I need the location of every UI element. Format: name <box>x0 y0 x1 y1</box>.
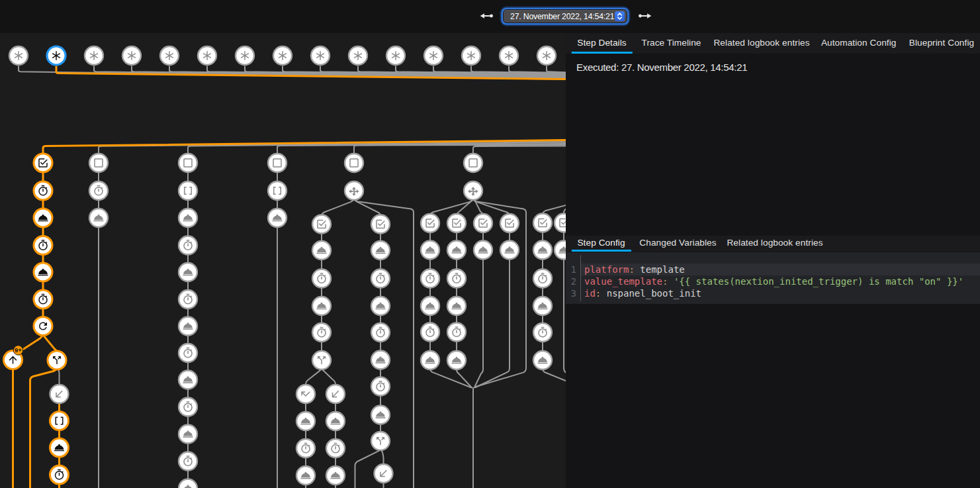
graph-node-bell[interactable] <box>179 317 197 336</box>
graph-node-checkbox-marked[interactable] <box>555 214 566 232</box>
graph-node-bell[interactable] <box>89 209 108 227</box>
graph-node-call-split[interactable] <box>312 351 331 369</box>
graph-node-arrow-bottom-left[interactable] <box>50 385 69 403</box>
graph-node-bell[interactable] <box>447 351 466 369</box>
trace-run-select[interactable]: 27. November 2022, 14:54:21 <box>503 9 627 23</box>
graph-node-timer[interactable] <box>312 323 331 342</box>
graph-node-checkbox-blank[interactable] <box>345 154 363 172</box>
graph-node-checkbox-marked[interactable] <box>533 214 552 232</box>
graph-node-timer[interactable] <box>371 323 390 342</box>
graph-node-asterisk[interactable] <box>122 46 141 65</box>
graph-node-bell[interactable] <box>421 241 439 260</box>
previous-run-button[interactable] <box>479 9 494 23</box>
graph-node-arrow-up[interactable]: 9+ <box>4 346 23 369</box>
graph-node-timer[interactable] <box>89 181 108 200</box>
graph-node-asterisk[interactable] <box>537 46 556 65</box>
graph-node-timer[interactable] <box>179 398 197 416</box>
graph-node-bell[interactable] <box>34 263 52 281</box>
graph-node-bell[interactable] <box>326 466 345 485</box>
graph-node-asterisk[interactable] <box>386 46 405 65</box>
graph-node-timer[interactable] <box>421 323 439 342</box>
graph-node-timer[interactable] <box>312 269 331 288</box>
graph-node-bell[interactable] <box>179 371 197 389</box>
graph-node-bell[interactable] <box>312 297 331 315</box>
graph-node-bell[interactable] <box>371 406 390 424</box>
graph-node-asterisk[interactable] <box>462 46 480 65</box>
graph-node-timer[interactable] <box>179 236 197 255</box>
graph-node-asterisk[interactable] <box>273 46 292 65</box>
graph-node-timer[interactable] <box>371 269 390 288</box>
graph-node-timer[interactable] <box>326 439 345 458</box>
graph-node-bell[interactable] <box>447 297 466 315</box>
graph-node-bell[interactable] <box>179 209 197 227</box>
graph-node-arrow-bottom-left[interactable] <box>375 464 393 483</box>
graph-node-call-missed[interactable] <box>296 385 315 403</box>
graph-node-timer[interactable] <box>179 290 197 309</box>
graph-node-refresh[interactable] <box>34 317 52 336</box>
graph-node-asterisk[interactable] <box>160 46 179 65</box>
graph-node-arrow-bottom-left[interactable] <box>326 385 345 403</box>
tab-step-details[interactable]: Step Details <box>571 33 633 54</box>
next-run-button[interactable] <box>638 9 652 23</box>
graph-node-bell[interactable] <box>533 297 552 315</box>
graph-node-bell[interactable] <box>371 241 390 260</box>
graph-node-asterisk[interactable] <box>198 46 216 65</box>
graph-node-checkbox-marked[interactable] <box>421 214 439 232</box>
graph-node-timer[interactable] <box>179 344 197 362</box>
tab-related-logbook-entries[interactable]: Related logbook entries <box>707 33 815 54</box>
graph-node-checkbox-marked[interactable] <box>312 215 331 234</box>
graph-node-bell[interactable] <box>179 479 197 488</box>
graph-node-timer[interactable] <box>34 290 52 309</box>
graph-node-timer[interactable] <box>34 236 52 255</box>
graph-node-timer[interactable] <box>34 181 52 200</box>
graph-node-timer[interactable] <box>533 269 552 288</box>
graph-node-bell[interactable] <box>421 297 439 315</box>
graph-node-code-brackets[interactable] <box>179 181 197 200</box>
tab-step-config[interactable]: Step Config <box>571 236 631 252</box>
graph-node-checkbox-blank[interactable] <box>464 154 482 172</box>
graph-node-asterisk[interactable] <box>500 46 518 65</box>
graph-node-bell[interactable] <box>34 209 52 227</box>
graph-node-timer[interactable] <box>371 377 390 396</box>
graph-node-bell[interactable] <box>533 351 552 369</box>
graph-node-bell[interactable] <box>50 438 69 457</box>
graph-node-checkbox-marked[interactable] <box>500 214 519 232</box>
graph-node-bell[interactable] <box>179 263 197 281</box>
tab-automation-config[interactable]: Automation Config <box>815 33 903 54</box>
graph-node-code-brackets[interactable] <box>50 412 69 430</box>
graph-node-arrow-decision[interactable] <box>345 181 363 200</box>
graph-node-bell[interactable] <box>179 425 197 444</box>
graph-node-bell[interactable] <box>371 297 390 315</box>
graph-node-asterisk[interactable] <box>85 46 103 65</box>
graph-node-checkbox-marked[interactable] <box>474 214 492 232</box>
graph-node-call-split[interactable] <box>371 432 390 450</box>
graph-node-asterisk[interactable] <box>47 46 66 65</box>
graph-node-bell[interactable] <box>326 412 345 430</box>
graph-node-timer[interactable] <box>296 439 315 458</box>
graph-node-code-brackets[interactable] <box>268 181 287 200</box>
graph-node-timer[interactable] <box>179 452 197 471</box>
tab-trace-timeline[interactable]: Trace Timeline <box>635 33 707 54</box>
graph-node-checkbox-blank[interactable] <box>179 154 197 172</box>
tab-blueprint-config[interactable]: Blueprint Config <box>903 33 980 54</box>
graph-node-checkbox-blank[interactable] <box>268 154 287 172</box>
graph-node-bell[interactable] <box>447 241 466 260</box>
graph-node-timer[interactable] <box>533 323 552 342</box>
graph-node-bell[interactable] <box>500 241 519 260</box>
graph-node-timer[interactable] <box>447 323 466 342</box>
tab-related-logbook-entries-detail[interactable]: Related logbook entries <box>721 236 828 252</box>
tab-changed-variables[interactable]: Changed Variables <box>633 236 722 252</box>
graph-node-asterisk[interactable] <box>9 46 28 65</box>
graph-node-timer[interactable] <box>447 269 466 288</box>
graph-node-call-split[interactable] <box>48 351 66 369</box>
graph-node-asterisk[interactable] <box>349 46 367 65</box>
graph-node-checkbox-blank[interactable] <box>89 154 108 172</box>
graph-node-arrow-decision[interactable] <box>464 181 482 200</box>
graph-node-bell[interactable] <box>474 241 492 260</box>
graph-node-timer[interactable] <box>421 269 439 288</box>
graph-node-bell[interactable] <box>421 351 439 369</box>
graph-node-asterisk[interactable] <box>311 46 330 65</box>
graph-node-bell[interactable] <box>312 241 331 260</box>
graph-node-timer[interactable] <box>50 465 69 484</box>
step-config-code-editor[interactable]: 1platform: template2value_template: '{{ … <box>566 252 980 304</box>
